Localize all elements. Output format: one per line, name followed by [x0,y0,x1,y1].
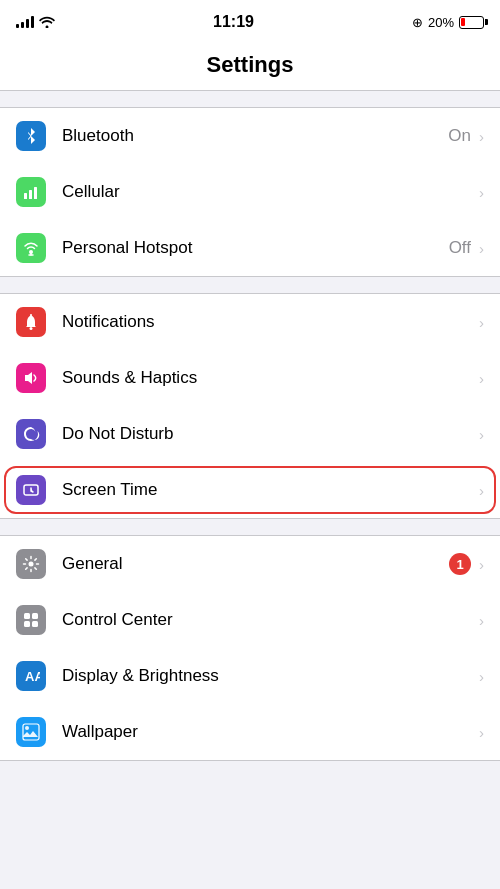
status-right: ⊕ 20% [412,15,484,30]
settings-list-notifications: Notifications › Sounds & Haptics › Do No… [0,293,500,519]
svg-rect-9 [24,613,30,619]
row-wallpaper[interactable]: Wallpaper › [0,704,500,760]
display-icon: AA [16,661,46,691]
hotspot-chevron: › [479,240,484,257]
bluetooth-label: Bluetooth [62,126,448,146]
row-screentime[interactable]: Screen Time › [0,462,500,518]
notifications-icon [16,307,46,337]
wallpaper-icon [16,717,46,747]
screentime-chevron: › [479,482,484,499]
sounds-chevron: › [479,370,484,387]
row-display[interactable]: AA Display & Brightness › [0,648,500,704]
row-donotdisturb[interactable]: Do Not Disturb › [0,406,500,462]
row-general[interactable]: General 1 › [0,536,500,592]
row-cellular[interactable]: Cellular › [0,164,500,220]
wallpaper-label: Wallpaper [62,722,477,742]
row-hotspot[interactable]: Personal Hotspot Off › [0,220,500,276]
status-bar: 11:19 ⊕ 20% [0,0,500,44]
row-sounds[interactable]: Sounds & Haptics › [0,350,500,406]
page-title: Settings [16,52,484,78]
hotspot-value: Off [449,238,471,258]
donotdisturb-icon [16,419,46,449]
general-badge: 1 [449,553,471,575]
page-title-bar: Settings [0,44,500,91]
settings-list-connectivity: Bluetooth On › Cellular › [0,107,500,277]
svg-point-14 [25,726,29,730]
screentime-label: Screen Time [62,480,477,500]
cellular-label: Cellular [62,182,471,202]
svg-point-4 [30,327,33,330]
hotspot-icon [16,233,46,263]
svg-rect-5 [30,314,32,316]
row-controlcenter[interactable]: Control Center › [0,592,500,648]
svg-rect-2 [34,187,37,199]
svg-point-8 [29,562,34,567]
bluetooth-chevron: › [479,128,484,145]
svg-rect-12 [32,621,38,627]
general-label: General [62,554,449,574]
donotdisturb-chevron: › [479,426,484,443]
svg-rect-10 [32,613,38,619]
notifications-chevron: › [479,314,484,331]
screentime-icon [16,475,46,505]
controlcenter-label: Control Center [62,610,477,630]
status-time: 11:19 [213,13,254,31]
battery-fill [461,18,465,26]
bluetooth-value: On [448,126,471,146]
general-chevron: › [479,556,484,573]
wifi-icon [39,16,55,28]
section-connectivity: Bluetooth On › Cellular › [0,107,500,277]
screen-record-icon: ⊕ [412,15,423,30]
row-notifications[interactable]: Notifications › [0,294,500,350]
hotspot-label: Personal Hotspot [62,238,449,258]
svg-rect-15 [23,724,39,740]
svg-text:AA: AA [25,669,40,684]
svg-marker-6 [25,372,32,384]
display-chevron: › [479,668,484,685]
bluetooth-icon [16,121,46,151]
cellular-icon [16,177,46,207]
signal-icon [16,16,34,28]
svg-rect-11 [24,621,30,627]
sounds-icon [16,363,46,393]
controlcenter-icon [16,605,46,635]
cellular-chevron: › [479,184,484,201]
sounds-label: Sounds & Haptics [62,368,477,388]
section-notifications: Notifications › Sounds & Haptics › Do No… [0,293,500,519]
display-label: Display & Brightness [62,666,477,686]
donotdisturb-label: Do Not Disturb [62,424,477,444]
controlcenter-chevron: › [479,612,484,629]
status-left [16,16,55,28]
row-bluetooth[interactable]: Bluetooth On › [0,108,500,164]
svg-rect-0 [24,193,27,199]
battery-icon [459,16,484,29]
general-icon [16,549,46,579]
svg-rect-1 [29,190,32,199]
battery-percent: 20% [428,15,454,30]
settings-list-system: General 1 › Control Center › AA [0,535,500,761]
section-system: General 1 › Control Center › AA [0,535,500,761]
wallpaper-chevron: › [479,724,484,741]
notifications-label: Notifications [62,312,477,332]
